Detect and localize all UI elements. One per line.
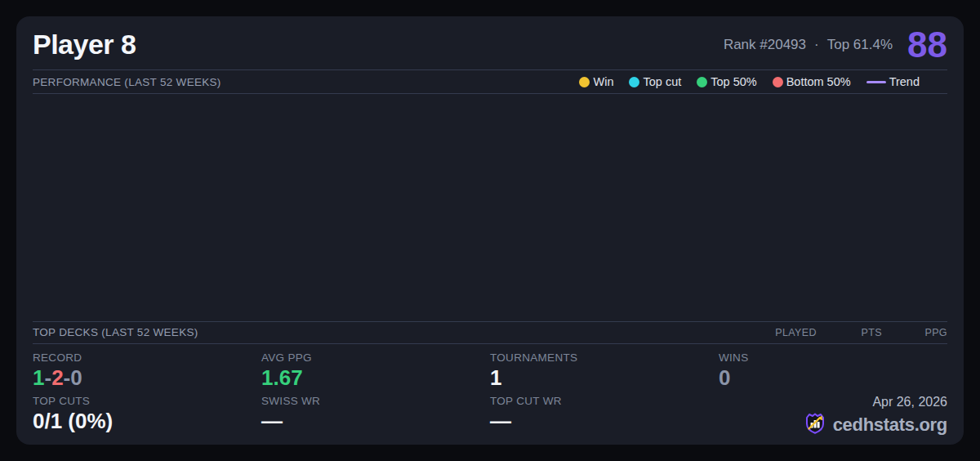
legend-label-top-50: Top 50% xyxy=(710,75,756,88)
page-background: Player 8 Rank #20493 · Top 61.4% 88 PERF… xyxy=(0,0,980,461)
legend-item-trend: Trend xyxy=(866,75,920,88)
top-cuts-value: 0/1 (0%) xyxy=(33,410,261,432)
performance-chart xyxy=(33,94,947,321)
legend-item-top-50: Top 50% xyxy=(697,75,756,88)
stats-grid: RECORD 1-2-0 AVG PPG 1.67 TOURNAMENTS 1 … xyxy=(33,344,947,445)
record-separator: - xyxy=(44,365,51,390)
header-right: Rank #20493 · Top 61.4% 88 xyxy=(724,27,947,63)
performance-section-header: PERFORMANCE (LAST 52 WEEKS) Win Top cut … xyxy=(33,70,947,93)
record-separator: - xyxy=(64,365,71,390)
player-name: Player 8 xyxy=(33,29,136,60)
top-cuts-label: TOP CUTS xyxy=(33,395,261,407)
chart-legend: Win Top cut Top 50% Bottom 50% Trend xyxy=(579,75,947,88)
performance-section-title: PERFORMANCE (LAST 52 WEEKS) xyxy=(33,76,221,88)
bottom-50-dot-icon xyxy=(773,77,783,87)
player-score: 88 xyxy=(907,27,947,63)
record-draws: 0 xyxy=(70,365,82,390)
top-cut-wr-stat: TOP CUT WR — xyxy=(490,395,719,438)
swiss-wr-stat: SWISS WR — xyxy=(261,395,490,438)
record-wins: 1 xyxy=(33,365,44,390)
player-stats-card: Player 8 Rank #20493 · Top 61.4% 88 PERF… xyxy=(16,16,964,445)
legend-label-trend: Trend xyxy=(889,75,920,88)
rank-summary: Rank #20493 · Top 61.4% xyxy=(724,37,893,53)
swiss-wr-label: SWISS WR xyxy=(261,395,490,407)
top-cut-wr-value: — xyxy=(490,410,719,432)
avg-ppg-stat: AVG PPG 1.67 xyxy=(261,351,490,389)
generated-date: Apr 26, 2026 xyxy=(872,395,947,410)
wins-stat: WINS 0 xyxy=(719,351,947,389)
legend-label-top-cut: Top cut xyxy=(643,75,681,88)
played-column-header: PLAYED xyxy=(751,327,817,338)
top-50-dot-icon xyxy=(697,77,707,87)
legend-label-win: Win xyxy=(593,75,613,88)
legend-item-top-cut: Top cut xyxy=(629,75,681,88)
avg-ppg-label: AVG PPG xyxy=(261,351,490,364)
rank-text: Rank #20493 xyxy=(724,37,806,53)
legend-item-bottom-50: Bottom 50% xyxy=(773,75,851,88)
wins-value: 0 xyxy=(719,367,947,389)
top-decks-section-title: TOP DECKS (LAST 52 WEEKS) xyxy=(33,326,198,338)
top-percent-text: Top 61.4% xyxy=(827,37,893,53)
brand: cedhstats.org xyxy=(804,412,947,438)
card-header: Player 8 Rank #20493 · Top 61.4% 88 xyxy=(33,16,947,69)
footer: Apr 26, 2026 cedhstats.org xyxy=(719,395,947,438)
record-stat: RECORD 1-2-0 xyxy=(33,351,261,389)
top-cuts-stat: TOP CUTS 0/1 (0%) xyxy=(33,395,261,438)
tournaments-label: TOURNAMENTS xyxy=(490,351,719,364)
ppg-column-header: PPG xyxy=(882,327,947,338)
trend-line-icon xyxy=(866,81,886,83)
avg-ppg-value: 1.67 xyxy=(261,367,490,389)
swiss-wr-value: — xyxy=(261,410,490,432)
top-decks-column-headers: PLAYED PTS PPG xyxy=(751,327,947,338)
legend-item-win: Win xyxy=(579,75,613,88)
tournaments-stat: TOURNAMENTS 1 xyxy=(490,351,719,389)
rank-dot-separator: · xyxy=(814,37,819,53)
win-dot-icon xyxy=(579,77,590,87)
wins-label: WINS xyxy=(719,351,947,364)
cedhstats-logo-icon xyxy=(804,412,826,438)
record-value: 1-2-0 xyxy=(33,367,261,389)
brand-name: cedhstats.org xyxy=(833,414,947,436)
record-losses: 2 xyxy=(51,365,63,390)
top-cut-wr-label: TOP CUT WR xyxy=(490,395,719,407)
top-decks-section-header: TOP DECKS (LAST 52 WEEKS) PLAYED PTS PPG xyxy=(33,322,947,343)
legend-label-bottom-50: Bottom 50% xyxy=(786,75,851,88)
record-label: RECORD xyxy=(33,351,261,364)
pts-column-header: PTS xyxy=(817,327,882,338)
top-cut-dot-icon xyxy=(629,77,639,87)
tournaments-value: 1 xyxy=(490,367,719,389)
